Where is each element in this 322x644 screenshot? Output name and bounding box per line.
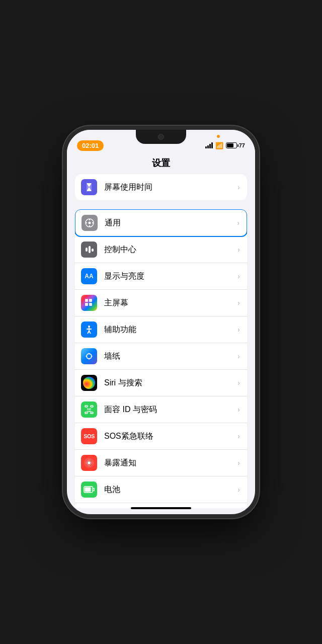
svg-rect-7 <box>86 248 88 252</box>
svg-rect-13 <box>89 303 92 306</box>
wifi-icon: 📶 <box>215 142 223 149</box>
chevron-icon: › <box>237 219 239 227</box>
svg-rect-11 <box>89 299 92 302</box>
control-center-icon <box>81 242 97 258</box>
scroll-content[interactable]: 屏幕使用时间 › 通用 › <box>67 174 255 508</box>
accessibility-label: 辅助功能 <box>104 325 237 335</box>
row-control-center[interactable]: 控制中心 › <box>75 236 247 263</box>
sos-icon: SOS <box>81 428 97 444</box>
status-time: 02:01 <box>77 140 104 151</box>
chevron-icon: › <box>237 183 240 191</box>
svg-rect-8 <box>89 246 91 253</box>
svg-rect-31 <box>91 412 93 414</box>
general-label: 通用 <box>105 218 237 228</box>
battery-icon: 77 <box>226 142 245 148</box>
chevron-icon: › <box>237 459 240 467</box>
svg-rect-28 <box>85 406 88 407</box>
status-bar: 02:01 📶 77 <box>67 130 255 155</box>
siri-label: Siri 与搜索 <box>104 378 237 388</box>
svg-rect-29 <box>91 406 93 407</box>
general-icon <box>82 215 98 231</box>
svg-point-14 <box>88 326 90 328</box>
notch <box>136 130 186 144</box>
section-main: 通用 › 控制中心 › AA 显示 <box>75 209 247 508</box>
row-sos[interactable]: SOS SOS紧急联络 › <box>75 423 247 450</box>
chevron-icon: › <box>237 326 240 334</box>
battery-level: 77 <box>239 142 245 148</box>
row-wallpaper[interactable]: 墙纸 › <box>75 343 247 370</box>
svg-rect-30 <box>85 412 88 414</box>
row-accessibility[interactable]: 辅助功能 › <box>75 316 247 343</box>
section-screentime: 屏幕使用时间 › <box>75 174 247 200</box>
status-icons: 📶 77 <box>205 142 245 149</box>
chevron-icon: › <box>237 379 240 387</box>
row-display[interactable]: AA 显示与亮度 › <box>75 263 247 290</box>
svg-rect-10 <box>85 299 88 302</box>
chevron-icon: › <box>237 486 240 494</box>
chevron-icon: › <box>237 406 240 414</box>
svg-point-23 <box>91 356 93 357</box>
svg-point-27 <box>91 358 92 359</box>
svg-rect-12 <box>85 303 88 306</box>
display-icon: AA <box>81 268 97 284</box>
svg-point-20 <box>89 353 90 355</box>
svg-point-2 <box>89 222 91 224</box>
screentime-label: 屏幕使用时间 <box>104 182 237 193</box>
wallpaper-label: 墙纸 <box>104 351 237 362</box>
svg-point-26 <box>87 358 88 359</box>
signal-icon <box>205 142 213 148</box>
row-faceid[interactable]: 面容 ID 与密码 › <box>75 396 247 423</box>
row-general[interactable]: 通用 › <box>75 209 247 237</box>
row-battery[interactable]: 电池 › <box>75 476 247 503</box>
phone-frame: 02:01 📶 77 设置 <box>63 126 259 518</box>
chevron-icon: › <box>237 272 240 280</box>
screentime-icon <box>81 179 97 195</box>
svg-point-24 <box>87 354 88 355</box>
camera <box>158 134 164 140</box>
row-screen-time[interactable]: 屏幕使用时间 › <box>75 174 247 200</box>
svg-rect-40 <box>85 488 91 492</box>
chevron-icon: › <box>237 432 240 440</box>
svg-line-18 <box>89 331 91 334</box>
display-label: 显示与亮度 <box>104 271 237 282</box>
row-exposure[interactable]: 暴露通知 › <box>75 450 247 476</box>
control-center-label: 控制中心 <box>104 245 237 255</box>
chevron-icon: › <box>237 352 240 360</box>
chevron-icon: › <box>237 246 240 254</box>
battery-settings-icon <box>81 481 97 498</box>
siri-icon <box>81 375 97 391</box>
home-screen-label: 主屏幕 <box>104 298 237 308</box>
svg-point-25 <box>91 354 92 355</box>
hourglass-icon <box>84 182 94 192</box>
exposure-icon <box>81 455 97 471</box>
svg-point-22 <box>86 356 88 357</box>
row-siri[interactable]: Siri 与搜索 › <box>75 370 247 396</box>
chevron-icon: › <box>237 299 240 307</box>
faceid-icon <box>81 401 97 418</box>
svg-point-35 <box>88 461 91 464</box>
home-indicator <box>131 507 191 509</box>
faceid-label: 面容 ID 与密码 <box>104 405 237 415</box>
sos-label: SOS紧急联络 <box>104 431 237 442</box>
wallpaper-icon <box>81 348 97 364</box>
exposure-label: 暴露通知 <box>104 458 237 468</box>
notification-dot <box>217 135 220 138</box>
accessibility-icon <box>81 321 97 338</box>
row-home-screen[interactable]: 主屏幕 › <box>75 290 247 316</box>
svg-point-21 <box>89 358 90 360</box>
home-screen-icon <box>81 295 97 311</box>
battery-label: 电池 <box>104 485 237 495</box>
page-title: 设置 <box>67 155 255 174</box>
svg-rect-9 <box>92 249 94 252</box>
